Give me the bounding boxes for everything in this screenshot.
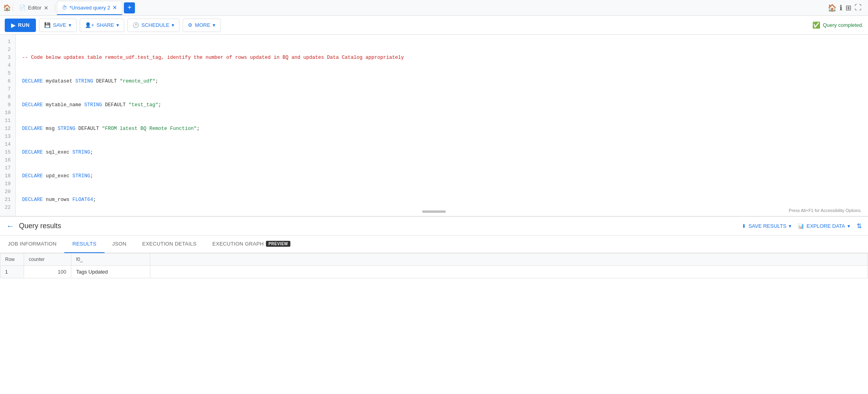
editor-content[interactable]: 1 2 3 4 5 6 7 8 9 10 11 12 13 14 15 16 1… xyxy=(0,35,868,216)
scrollbar-hint xyxy=(422,210,446,213)
save-label: SAVE xyxy=(53,22,66,28)
line-numbers: 1 2 3 4 5 6 7 8 9 10 11 12 13 14 15 16 1… xyxy=(0,35,16,216)
unsaved-tab-label: *Unsaved query 2 xyxy=(69,5,110,11)
col-header-f0: f0_ xyxy=(71,253,150,266)
results-tabs: JOB INFORMATION RESULTS JSON EXECUTION D… xyxy=(0,236,868,253)
results-tab-label: RESULTS xyxy=(72,241,96,247)
tab-editor[interactable]: 📄 Editor ✕ xyxy=(15,1,53,15)
more-chevron-icon: ▾ xyxy=(213,22,215,28)
cell-counter-1: 100 xyxy=(24,266,71,278)
code-line-2: DECLARE mydataset STRING DEFAULT "remote… xyxy=(22,77,862,85)
schedule-chevron-icon: ▾ xyxy=(172,22,174,28)
cell-extra-1 xyxy=(150,266,868,278)
toolbar: ▶ RUN 💾 SAVE ▾ 👤+ SHARE ▾ 🕐 SCHEDULE ▾ ⚙… xyxy=(0,16,868,35)
editor-area[interactable]: 1 2 3 4 5 6 7 8 9 10 11 12 13 14 15 16 1… xyxy=(0,35,868,216)
tab-divider-2 xyxy=(55,4,55,12)
share-chevron-icon: ▾ xyxy=(116,22,119,28)
code-line-7: DECLARE num_rows FLOAT64; xyxy=(22,196,862,204)
editor-tab-icon: 📄 xyxy=(19,5,26,11)
schedule-button[interactable]: 🕐 SCHEDULE ▾ xyxy=(127,19,180,32)
query-completed-status: ✅ Query completed. xyxy=(812,21,863,29)
execution-details-tab-label: EXECUTION DETAILS xyxy=(142,241,196,247)
tab-json[interactable]: JSON xyxy=(105,236,135,253)
unsaved-tab-icon: ⏱ xyxy=(62,5,67,11)
info-icon[interactable]: ℹ xyxy=(840,4,842,12)
share-icon: 👤+ xyxy=(85,22,94,28)
grid-icon[interactable]: ⊞ xyxy=(846,4,851,12)
col-header-extra xyxy=(150,253,868,266)
accessibility-hint: Press Alt+F1 for Accessibility Options. xyxy=(789,208,862,213)
check-icon: ✅ xyxy=(812,21,820,29)
explore-data-label: EXPLORE DATA xyxy=(806,223,845,229)
editor-tab-close[interactable]: ✕ xyxy=(44,5,49,11)
col-header-row: Row xyxy=(0,253,24,266)
preview-badge: PREVIEW xyxy=(266,241,290,247)
home-tab[interactable]: 🏠 xyxy=(3,4,11,11)
results-header: ← Query results ⬇ SAVE RESULTS ▾ 📊 EXPLO… xyxy=(0,217,868,236)
results-table-wrapper: Row counter f0_ 1 100 Tags Updated xyxy=(0,253,868,278)
chart-icon: 📊 xyxy=(798,223,804,229)
save-button[interactable]: 💾 SAVE ▾ xyxy=(39,19,77,32)
json-tab-label: JSON xyxy=(112,241,127,247)
expand-icon[interactable]: ⇅ xyxy=(857,222,862,230)
code-line-4: DECLARE msg STRING DEFAULT "FROM latest … xyxy=(22,125,862,133)
download-icon: ⬇ xyxy=(742,223,746,229)
results-panel: ← Query results ⬇ SAVE RESULTS ▾ 📊 EXPLO… xyxy=(0,216,868,278)
run-button[interactable]: ▶ RUN xyxy=(5,19,36,32)
editor-tab-label: Editor xyxy=(28,5,41,11)
save-chevron-icon: ▾ xyxy=(69,22,71,28)
code-editor[interactable]: -- Code below updates table remote_udf.t… xyxy=(16,35,868,216)
tab-bar: 🏠 📄 Editor ✕ ⏱ *Unsaved query 2 ✕ + 🏠 ℹ … xyxy=(0,0,868,16)
tab-job-information[interactable]: JOB INFORMATION xyxy=(0,236,64,253)
results-table: Row counter f0_ 1 100 Tags Updated xyxy=(0,253,868,278)
add-tab-button[interactable]: + xyxy=(124,2,135,13)
col-header-counter: counter xyxy=(24,253,71,266)
execution-graph-tab-label: EXECUTION GRAPH xyxy=(212,241,264,247)
fullscreen-icon[interactable]: ⛶ xyxy=(855,4,862,12)
cell-f0-1: Tags Updated xyxy=(71,266,150,278)
explore-data-chevron-icon: ▾ xyxy=(847,223,850,229)
save-results-label: SAVE RESULTS xyxy=(748,223,786,229)
save-results-chevron-icon: ▾ xyxy=(789,223,791,229)
gear-icon: ⚙ xyxy=(188,22,193,28)
tab-execution-details[interactable]: EXECUTION DETAILS xyxy=(134,236,204,253)
code-line-3: DECLARE mytable_name STRING DEFAULT "tes… xyxy=(22,101,862,109)
tab-unsaved-query[interactable]: ⏱ *Unsaved query 2 ✕ xyxy=(57,1,122,15)
share-label: SHARE xyxy=(96,22,114,28)
results-title: Query results xyxy=(19,222,61,230)
table-row: 1 100 Tags Updated xyxy=(0,266,868,278)
save-icon: 💾 xyxy=(44,22,51,28)
save-results-button[interactable]: ⬇ SAVE RESULTS ▾ xyxy=(742,223,791,229)
run-label: RUN xyxy=(18,22,30,28)
back-arrow-icon[interactable]: ← xyxy=(6,221,14,231)
unsaved-tab-close[interactable]: ✕ xyxy=(112,4,117,11)
tab-results[interactable]: RESULTS xyxy=(64,236,104,253)
more-button[interactable]: ⚙ MORE ▾ xyxy=(183,19,221,32)
home-topright-icon[interactable]: 🏠 xyxy=(828,4,836,12)
share-button[interactable]: 👤+ SHARE ▾ xyxy=(80,19,124,32)
query-completed-label: Query completed. xyxy=(823,22,863,28)
code-line-5: DECLARE sql_exec STRING; xyxy=(22,148,862,156)
explore-data-button[interactable]: 📊 EXPLORE DATA ▾ xyxy=(798,223,850,229)
job-information-tab-label: JOB INFORMATION xyxy=(8,241,56,247)
tab-execution-graph[interactable]: EXECUTION GRAPH PREVIEW xyxy=(204,236,298,253)
cell-row-1: 1 xyxy=(0,266,24,278)
play-icon: ▶ xyxy=(11,22,16,28)
code-line-1: -- Code below updates table remote_udf.t… xyxy=(22,54,862,62)
code-line-6: DECLARE upd_exec STRING; xyxy=(22,172,862,180)
schedule-icon: 🕐 xyxy=(133,22,139,28)
schedule-label: SCHEDULE xyxy=(141,22,169,28)
more-label: MORE xyxy=(195,22,210,28)
tab-divider-1 xyxy=(13,4,13,12)
